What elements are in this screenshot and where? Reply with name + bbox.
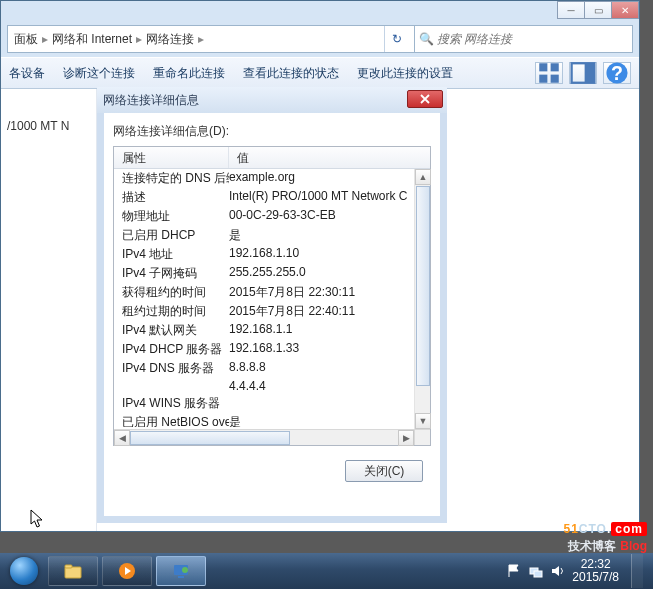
property-value: 192.168.1.33 bbox=[229, 341, 422, 358]
tray-network-icon[interactable] bbox=[528, 563, 544, 579]
properties-header: 属性 值 bbox=[114, 147, 430, 169]
close-button[interactable]: ✕ bbox=[611, 1, 639, 19]
property-row[interactable]: IPv4 DHCP 服务器192.168.1.33 bbox=[114, 340, 430, 359]
property-row[interactable]: IPv4 地址192.168.1.10 bbox=[114, 245, 430, 264]
start-button[interactable] bbox=[4, 556, 44, 586]
watermark-51: 51 bbox=[563, 522, 578, 536]
property-row[interactable]: 描述Intel(R) PRO/1000 MT Network C bbox=[114, 188, 430, 207]
property-row[interactable]: 获得租约的时间2015年7月8日 22:30:11 bbox=[114, 283, 430, 302]
property-row[interactable]: IPv4 子网掩码255.255.255.0 bbox=[114, 264, 430, 283]
breadcrumb-separator: ▸ bbox=[42, 32, 48, 46]
svg-rect-1 bbox=[551, 63, 559, 71]
watermark-sub-right: Blog bbox=[620, 539, 647, 553]
property-row[interactable]: 租约过期的时间2015年7月8日 22:40:11 bbox=[114, 302, 430, 321]
horizontal-scrollbar[interactable]: ◀ ▶ bbox=[114, 429, 414, 445]
minimize-button[interactable]: ─ bbox=[557, 1, 585, 19]
svg-rect-3 bbox=[551, 75, 559, 83]
window-controls: ─ ▭ ✕ bbox=[558, 1, 639, 19]
svg-point-13 bbox=[182, 567, 188, 573]
property-name: IPv4 WINS 服务器 bbox=[122, 395, 229, 412]
property-name: IPv4 默认网关 bbox=[122, 322, 229, 339]
view-mode-button[interactable] bbox=[535, 62, 563, 84]
taskbar-app-network[interactable] bbox=[156, 556, 206, 586]
close-dialog-button[interactable]: 关闭(C) bbox=[345, 460, 423, 482]
property-value: 是 bbox=[229, 414, 422, 427]
svg-rect-15 bbox=[534, 571, 542, 577]
property-row[interactable]: IPv4 WINS 服务器 bbox=[114, 394, 430, 413]
property-name: 连接特定的 DNS 后缀 bbox=[122, 170, 229, 187]
hscroll-thumb[interactable] bbox=[130, 431, 290, 445]
tray-volume-icon[interactable] bbox=[550, 563, 566, 579]
toolbar-rename[interactable]: 重命名此连接 bbox=[153, 65, 225, 82]
scroll-up-button[interactable]: ▲ bbox=[415, 169, 431, 185]
property-value: 192.168.1.10 bbox=[229, 246, 422, 263]
vertical-scrollbar[interactable]: ▲ ▼ bbox=[414, 169, 430, 429]
tray-date: 2015/7/8 bbox=[572, 571, 619, 584]
breadcrumb-seg[interactable]: 网络和 Internet bbox=[52, 31, 132, 48]
property-name: IPv4 子网掩码 bbox=[122, 265, 229, 282]
property-name: 描述 bbox=[122, 189, 229, 206]
property-value: 2015年7月8日 22:40:11 bbox=[229, 303, 422, 320]
refresh-button[interactable]: ↻ bbox=[384, 26, 408, 52]
network-details-dialog: 网络连接详细信息 网络连接详细信息(D): 属性 值 连接特定的 DNS 后缀e… bbox=[97, 87, 447, 523]
watermark-sub-left: 技术博客 bbox=[568, 539, 616, 553]
property-name: IPv4 地址 bbox=[122, 246, 229, 263]
property-name: 已启用 DHCP bbox=[122, 227, 229, 244]
dialog-titlebar[interactable]: 网络连接详细信息 bbox=[97, 87, 447, 113]
property-name: IPv4 DNS 服务器 bbox=[122, 360, 229, 377]
svg-rect-12 bbox=[178, 576, 184, 578]
breadcrumb[interactable]: 面板 ▸ 网络和 Internet ▸ 网络连接 ▸ bbox=[8, 31, 384, 48]
breadcrumb-seg[interactable]: 面板 bbox=[14, 31, 38, 48]
taskbar-app-folder[interactable] bbox=[48, 556, 98, 586]
svg-rect-0 bbox=[539, 63, 547, 71]
property-row[interactable]: IPv4 默认网关192.168.1.1 bbox=[114, 321, 430, 340]
properties-listview[interactable]: 属性 值 连接特定的 DNS 后缀example.org描述Intel(R) P… bbox=[113, 146, 431, 446]
scroll-down-button[interactable]: ▼ bbox=[415, 413, 431, 429]
taskbar: 22:32 2015/7/8 bbox=[0, 553, 653, 589]
watermark-cto: CTO bbox=[579, 522, 607, 536]
header-property[interactable]: 属性 bbox=[114, 147, 229, 168]
property-row[interactable]: 4.4.4.4 bbox=[114, 378, 430, 394]
header-value[interactable]: 值 bbox=[229, 147, 430, 168]
command-toolbar: 各设备 诊断这个连接 重命名此连接 查看此连接的状态 更改此连接的设置 ? bbox=[1, 57, 639, 89]
toolbar-device[interactable]: 各设备 bbox=[9, 65, 45, 82]
dialog-close-button[interactable] bbox=[407, 90, 443, 108]
property-name bbox=[122, 379, 229, 393]
maximize-button[interactable]: ▭ bbox=[584, 1, 612, 19]
address-bar: 面板 ▸ 网络和 Internet ▸ 网络连接 ▸ ↻ 🔍 bbox=[7, 25, 633, 53]
svg-rect-8 bbox=[65, 567, 81, 578]
toolbar-changeset[interactable]: 更改此连接的设置 bbox=[357, 65, 453, 82]
property-row[interactable]: IPv4 DNS 服务器8.8.8.8 bbox=[114, 359, 430, 378]
scroll-left-button[interactable]: ◀ bbox=[114, 430, 130, 446]
property-row[interactable]: 连接特定的 DNS 后缀example.org bbox=[114, 169, 430, 188]
help-button[interactable]: ? bbox=[603, 62, 631, 84]
toolbar-diagnose[interactable]: 诊断这个连接 bbox=[63, 65, 135, 82]
svg-text:?: ? bbox=[611, 62, 623, 84]
search-box: 🔍 bbox=[414, 26, 632, 52]
svg-rect-9 bbox=[65, 565, 72, 568]
property-name: 租约过期的时间 bbox=[122, 303, 229, 320]
toolbar-viewstatus[interactable]: 查看此连接的状态 bbox=[243, 65, 339, 82]
system-tray: 22:32 2015/7/8 bbox=[506, 554, 649, 588]
scroll-right-button[interactable]: ▶ bbox=[398, 430, 414, 446]
breadcrumb-seg[interactable]: 网络连接 bbox=[146, 31, 194, 48]
search-input[interactable] bbox=[437, 32, 632, 46]
search-icon: 🔍 bbox=[415, 32, 437, 46]
show-desktop-button[interactable] bbox=[631, 554, 643, 588]
nic-item-label[interactable]: /1000 MT N bbox=[7, 119, 96, 133]
tray-flag-icon[interactable] bbox=[506, 563, 522, 579]
tray-clock[interactable]: 22:32 2015/7/8 bbox=[572, 558, 619, 584]
property-value: 2015年7月8日 22:30:11 bbox=[229, 284, 422, 301]
scroll-thumb[interactable] bbox=[416, 186, 430, 386]
explorer-window: ─ ▭ ✕ 面板 ▸ 网络和 Internet ▸ 网络连接 ▸ ↻ 🔍 各设备… bbox=[0, 0, 640, 532]
property-name: IPv4 DHCP 服务器 bbox=[122, 341, 229, 358]
breadcrumb-separator: ▸ bbox=[198, 32, 204, 46]
breadcrumb-separator: ▸ bbox=[136, 32, 142, 46]
preview-pane-button[interactable] bbox=[569, 62, 597, 84]
property-name: 物理地址 bbox=[122, 208, 229, 225]
dialog-label: 网络连接详细信息(D): bbox=[113, 123, 431, 140]
property-row[interactable]: 物理地址00-0C-29-63-3C-EB bbox=[114, 207, 430, 226]
property-row[interactable]: 已启用 NetBIOS ove...是 bbox=[114, 413, 430, 427]
property-row[interactable]: 已启用 DHCP是 bbox=[114, 226, 430, 245]
taskbar-app-media[interactable] bbox=[102, 556, 152, 586]
